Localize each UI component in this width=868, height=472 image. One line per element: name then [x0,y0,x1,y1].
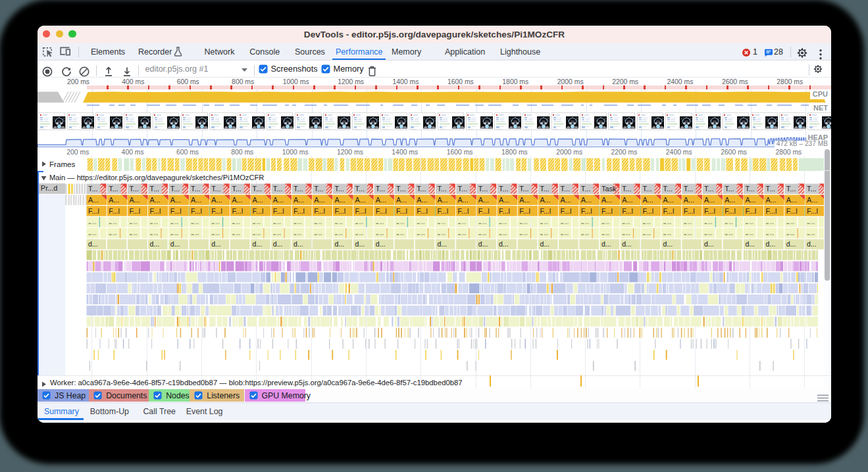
svg-text:A...: A... [684,195,694,203]
svg-text:T...: T... [622,184,631,192]
svg-text:d...: d... [273,240,283,248]
svg-text:A...: A... [211,195,222,203]
svg-text:F...l: F...l [622,206,633,214]
svg-text:F...l: F...l [253,206,264,214]
svg-text:A...: A... [273,195,284,203]
svg-text:A...: A... [581,195,592,203]
svg-text:T...: T... [519,184,528,192]
svg-text:T...: T... [150,184,159,192]
svg-text:A...: A... [499,195,509,203]
svg-text:T...: T... [561,184,570,192]
svg-text:d...: d... [253,240,263,248]
svg-text:A...: A... [725,195,735,203]
svg-text:F...l: F...l [150,206,161,214]
svg-text:A...: A... [396,195,407,203]
svg-text:A...: A... [314,195,324,203]
svg-text:F...l: F...l [519,206,530,214]
svg-text:T...: T... [109,184,118,192]
svg-text:F...l: F...l [725,206,736,214]
svg-text:F...l: F...l [109,206,120,214]
svg-text:A...: A... [129,195,140,203]
svg-text:T...: T... [334,184,344,192]
svg-text:F...l: F...l [663,206,675,214]
svg-text:F...l: F...l [376,206,387,214]
svg-text:F...l: F...l [684,206,695,214]
svg-text:A...: A... [417,195,427,203]
svg-text:F...l: F...l [191,206,202,214]
svg-text:d...: d... [170,240,180,248]
svg-text:T...: T... [294,184,303,192]
svg-text:A...: A... [704,195,715,203]
svg-text:T...: T... [642,184,651,192]
svg-text:A...: A... [745,195,755,203]
svg-text:d...: d... [786,240,796,248]
svg-text:A...: A... [150,195,161,203]
svg-text:A...: A... [376,195,386,203]
svg-text:d...: d... [376,240,386,248]
svg-text:F...l: F...l [232,206,243,214]
svg-text:d...: d... [622,240,632,248]
svg-text:T...: T... [211,184,220,192]
svg-text:F...l: F...l [314,206,325,214]
svg-text:T...: T... [766,184,775,192]
svg-text:T...: T... [807,184,816,192]
svg-text:F...l: F...l [355,206,367,214]
svg-text:A...: A... [88,195,99,203]
svg-text:A...: A... [355,195,366,203]
svg-text:F...l: F...l [499,206,510,214]
svg-text:Task: Task [601,184,617,192]
svg-text:F...l: F...l [704,206,715,214]
svg-text:d...: d... [88,240,98,248]
svg-text:d...: d... [745,240,755,248]
svg-text:F...l: F...l [170,206,182,214]
svg-text:T...: T... [437,184,446,192]
svg-text:T...: T... [478,184,488,192]
svg-text:F...l: F...l [745,206,756,214]
svg-text:T...: T... [376,184,385,192]
svg-text:T...: T... [396,184,405,192]
svg-text:F...l: F...l [642,206,653,214]
svg-text:A...: A... [601,195,612,203]
svg-text:A...: A... [170,195,181,203]
svg-text:d...: d... [807,240,817,248]
svg-text:T...: T... [355,184,365,192]
svg-text:T...: T... [273,184,282,192]
svg-text:F...l: F...l [417,206,428,214]
svg-text:T...: T... [745,184,754,192]
svg-text:F...l: F...l [766,206,777,214]
svg-text:d...: d... [478,240,488,248]
svg-text:d...: d... [499,240,509,248]
svg-text:F...l: F...l [294,206,305,214]
svg-text:A...: A... [437,195,447,203]
svg-text:A...: A... [519,195,530,203]
svg-text:d...: d... [334,240,344,248]
svg-text:F...l: F...l [786,206,798,214]
svg-text:F...l: F...l [129,206,140,214]
svg-text:T...: T... [663,184,673,192]
svg-text:F...l: F...l [807,206,818,214]
svg-text:A...: A... [766,195,777,203]
svg-text:A...: A... [294,195,304,203]
svg-text:F...l: F...l [334,206,345,214]
svg-text:d...: d... [211,240,221,248]
svg-text:T...: T... [540,184,549,192]
svg-text:T...: T... [253,184,262,192]
svg-text:F...l: F...l [211,206,222,214]
svg-text:A...: A... [807,195,817,203]
svg-text:A...: A... [642,195,653,203]
svg-text:T...: T... [191,184,200,192]
svg-text:F...l: F...l [437,206,448,214]
svg-text:T...: T... [170,184,180,192]
svg-text:F...l: F...l [273,206,284,214]
svg-text:T...: T... [129,184,138,192]
svg-text:A...: A... [540,195,550,203]
svg-text:d...: d... [437,240,447,248]
svg-text:F...l: F...l [540,206,551,214]
svg-text:T...: T... [581,184,590,192]
svg-text:A...: A... [663,195,674,203]
svg-text:d...: d... [663,240,673,248]
svg-text:A...: A... [109,195,119,203]
svg-text:A...: A... [561,195,571,203]
svg-text:d...: d... [601,240,611,248]
svg-text:d...: d... [150,240,160,248]
